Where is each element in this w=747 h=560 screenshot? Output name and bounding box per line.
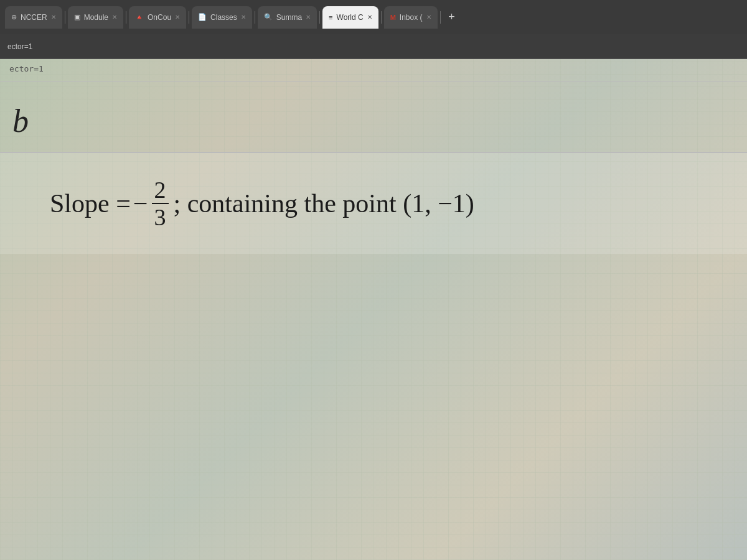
tab-module-label: Module	[84, 13, 108, 22]
tab-separator-6	[381, 11, 382, 24]
tab-separator-1	[65, 11, 65, 24]
oncou-icon: 🔺	[135, 13, 144, 21]
top-divider	[0, 81, 747, 82]
tab-oncou-close[interactable]: ✕	[175, 14, 180, 21]
tab-nccer[interactable]: ⊕ NCCER ✕	[5, 6, 62, 29]
address-bar: ector=1	[0, 34, 747, 59]
inbox-icon: M	[390, 14, 396, 21]
tab-classes[interactable]: 📄 Classes ✕	[192, 6, 252, 29]
minus-sign: −	[133, 189, 148, 218]
fraction-denominator: 3	[152, 204, 169, 229]
tab-summa-label: Summa	[276, 13, 302, 22]
add-tab-button[interactable]: +	[443, 9, 461, 26]
tab-oncou[interactable]: 🔺 OnCou ✕	[129, 6, 186, 29]
tab-world-label: World C	[337, 13, 364, 22]
tab-inbox-close[interactable]: ✕	[426, 14, 431, 21]
tab-oncou-label: OnCou	[148, 13, 171, 22]
tab-module[interactable]: ▣ Module ✕	[68, 6, 123, 29]
math-section: Slope = − 2 3 ; containing the point (1,…	[0, 152, 747, 254]
tab-summa[interactable]: 🔍 Summa ✕	[258, 6, 317, 29]
page-inner: ector=1 b Slope = − 2 3 ; containing the…	[0, 59, 747, 254]
classes-icon: 📄	[198, 13, 207, 21]
tab-classes-close[interactable]: ✕	[241, 14, 246, 21]
fraction: 2 3	[152, 178, 169, 229]
tab-inbox[interactable]: M Inbox ( ✕	[384, 6, 438, 29]
slope-prefix: Slope =	[50, 189, 131, 218]
ector-label: ector=1	[0, 59, 747, 78]
tab-module-close[interactable]: ✕	[112, 14, 117, 21]
tab-separator-4	[255, 11, 255, 24]
module-icon: ▣	[74, 13, 80, 21]
tab-inbox-label: Inbox (	[400, 13, 423, 22]
add-tab-icon: +	[448, 11, 455, 24]
tab-separator-7	[440, 11, 441, 24]
math-content: Slope = − 2 3 ; containing the point (1,…	[50, 178, 697, 229]
tab-classes-label: Classes	[210, 13, 237, 22]
tab-world[interactable]: ≡ World C ✕	[322, 6, 378, 29]
tab-nccer-label: NCCER	[21, 13, 47, 22]
tab-summa-close[interactable]: ✕	[306, 14, 311, 21]
nccer-icon: ⊕	[11, 13, 17, 21]
tab-nccer-close[interactable]: ✕	[51, 14, 56, 21]
tab-separator-3	[189, 11, 189, 24]
world-icon: ≡	[329, 14, 332, 21]
tab-separator-5	[319, 11, 320, 24]
fraction-numerator: 2	[152, 178, 169, 204]
page-content: ector=1 b Slope = − 2 3 ; containing the…	[0, 59, 747, 560]
tab-world-close[interactable]: ✕	[367, 14, 372, 21]
b-label: b	[0, 84, 747, 152]
containing-text: ; containing the point (1, −1)	[174, 189, 474, 218]
browser-tab-bar: ⊕ NCCER ✕ ▣ Module ✕ 🔺 OnCou ✕ 📄 Classes…	[0, 0, 747, 34]
summa-icon: 🔍	[264, 13, 273, 21]
url-display: ector=1	[7, 42, 32, 51]
tab-separator-2	[126, 11, 126, 24]
